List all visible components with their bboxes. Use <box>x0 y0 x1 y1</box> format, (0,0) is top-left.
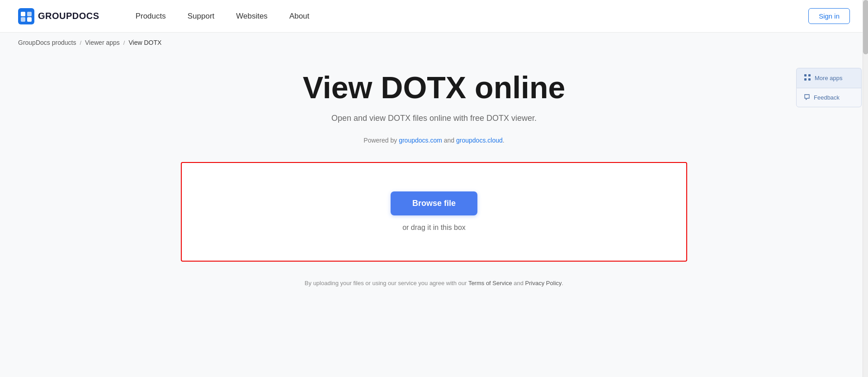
svg-rect-5 <box>804 74 807 76</box>
breadcrumb-sep-1: / <box>80 39 81 46</box>
breadcrumb: GroupDocs products / Viewer apps / View … <box>0 33 868 52</box>
more-apps-label: More apps <box>815 75 842 81</box>
powered-by: Powered by groupdocs.com and groupdocs.c… <box>363 137 504 144</box>
feedback-icon <box>804 94 810 101</box>
powered-by-link2[interactable]: groupdocs.cloud <box>456 137 503 144</box>
powered-by-suffix: . <box>503 137 505 144</box>
scrollbar-track[interactable] <box>863 0 868 377</box>
breadcrumb-groupdocs[interactable]: GroupDocs products <box>18 39 76 46</box>
logo-link[interactable]: GROUPDOCS <box>18 8 99 24</box>
disclaimer-middle: and <box>512 280 525 286</box>
upload-dropzone[interactable]: Browse file or drag it in this box <box>181 162 687 262</box>
sign-in-button[interactable]: Sign in <box>808 8 850 24</box>
logo-text: GROUPDOCS <box>38 11 99 21</box>
page-title: View DOTX online <box>303 71 566 105</box>
nav-products[interactable]: Products <box>136 12 166 21</box>
terms-link[interactable]: Terms of Service <box>468 280 512 286</box>
svg-rect-3 <box>21 17 25 22</box>
side-buttons: More apps Feedback <box>796 68 862 107</box>
breadcrumb-sep-2: / <box>123 39 125 46</box>
svg-rect-2 <box>27 12 32 16</box>
powered-by-prefix: Powered by <box>363 137 399 144</box>
nav-about[interactable]: About <box>289 12 309 21</box>
feedback-button[interactable]: Feedback <box>796 88 862 107</box>
more-apps-icon <box>804 74 811 82</box>
main-nav: Products Support Websites About <box>136 12 310 21</box>
nav-websites[interactable]: Websites <box>236 12 268 21</box>
scrollbar-thumb <box>863 0 868 54</box>
footer-disclaimer: By uploading your files or using our ser… <box>305 280 563 286</box>
breadcrumb-viewer-apps[interactable]: Viewer apps <box>85 39 120 46</box>
page-subtitle: Open and view DOTX files online with fre… <box>331 114 537 123</box>
svg-rect-4 <box>27 17 32 22</box>
browse-file-button[interactable]: Browse file <box>391 191 477 215</box>
main-content: View DOTX online Open and view DOTX file… <box>118 52 750 314</box>
svg-rect-8 <box>808 78 811 81</box>
svg-rect-7 <box>804 78 807 81</box>
feedback-label: Feedback <box>814 94 840 101</box>
svg-rect-6 <box>808 74 811 76</box>
svg-rect-0 <box>18 8 34 24</box>
svg-rect-1 <box>21 12 25 16</box>
nav-support[interactable]: Support <box>188 12 215 21</box>
navbar: GROUPDOCS Products Support Websites Abou… <box>0 0 868 33</box>
drag-text: or drag it in this box <box>402 224 466 232</box>
powered-by-middle: and <box>442 137 456 144</box>
powered-by-link1[interactable]: groupdocs.com <box>399 137 442 144</box>
disclaimer-suffix: . <box>562 280 564 286</box>
breadcrumb-current: View DOTX <box>128 39 161 46</box>
disclaimer-prefix: By uploading your files or using our ser… <box>305 280 468 286</box>
more-apps-button[interactable]: More apps <box>796 68 862 88</box>
privacy-link[interactable]: Privacy Policy <box>525 280 562 286</box>
logo-icon <box>18 8 34 24</box>
navbar-actions: Sign in <box>808 8 850 24</box>
